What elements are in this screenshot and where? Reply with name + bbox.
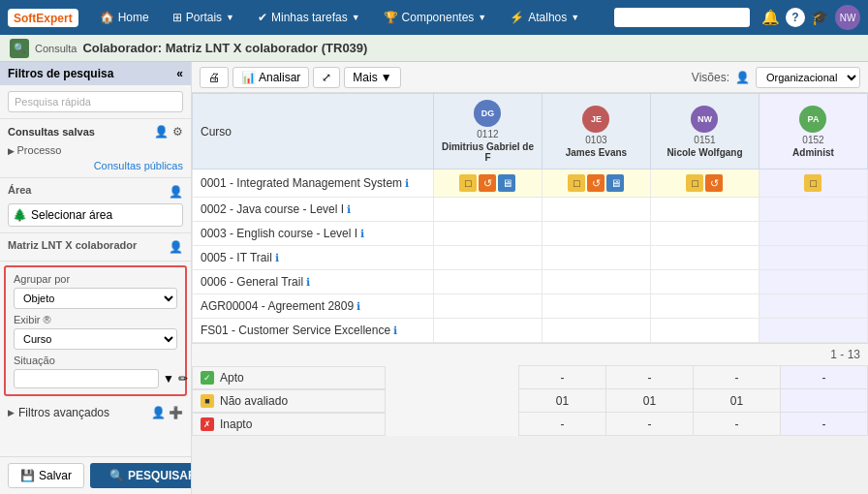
sidebar-collapse-icon[interactable]: « (176, 67, 183, 80)
settings-query-icon[interactable]: ⚙ (172, 125, 183, 139)
status-icons-0001-p4: □ (767, 174, 859, 192)
print-button[interactable]: 🖨 (200, 67, 229, 88)
course-cell-0006: 0006 - General Trail ℹ (193, 270, 434, 294)
search-icon: 🔍 (109, 469, 124, 482)
group-by-select[interactable]: Objeto (14, 288, 177, 309)
info-icon-agr[interactable]: ℹ (356, 300, 360, 313)
status-orange-0001-p3[interactable]: ↺ (705, 174, 723, 192)
group-by-section: Agrupar por Objeto Exibir ® Curso Situaç… (4, 265, 187, 396)
info-icon-0005[interactable]: ℹ (275, 252, 279, 264)
status-cell-0006-p1 (433, 270, 542, 294)
matrix-icon[interactable]: 👤 (169, 240, 183, 254)
breadcrumb-icon: 🔍 (10, 39, 29, 58)
person-header-2: NW 0151 Nicole Wolfgang (650, 94, 759, 170)
more-button[interactable]: Mais ▼ (344, 67, 400, 88)
status-cell-agr-p1 (433, 294, 542, 319)
sidebar: Filtros de pesquisa « Consultas salvas 👤… (0, 62, 192, 494)
course-info-0002: 0002 - Java course - Level I ℹ (201, 202, 425, 216)
search-button[interactable]: 🔍 PESQUISAR (90, 463, 192, 488)
summary-apto-p2: - (606, 366, 694, 389)
search-input[interactable] (8, 91, 183, 112)
grad-icon[interactable]: 🎓 (811, 9, 829, 26)
status-blue-0001-p2[interactable]: 🖥 (606, 174, 624, 192)
advanced-icon2[interactable]: ➕ (169, 406, 183, 419)
advanced-filters[interactable]: ▶ Filtros avançados 👤 ➕ (0, 400, 191, 425)
search-section (0, 85, 191, 119)
status-yellow-0001-p1[interactable]: □ (459, 174, 477, 192)
info-icon-0003[interactable]: ℹ (360, 228, 364, 240)
course-col-header: Curso (193, 94, 434, 170)
status-orange-0001-p2[interactable]: ↺ (587, 174, 604, 192)
person-name-0: Dimitrius Gabriel de F (442, 141, 534, 163)
situation-icon1[interactable]: ▼ (163, 372, 174, 386)
help-icon[interactable]: ? (786, 8, 805, 27)
bell-icon[interactable]: 🔔 (761, 9, 780, 26)
saved-queries-label: Consultas salvas (8, 126, 95, 138)
situation-label: Situação (14, 355, 177, 366)
titlebar: 🔍 Consulta Colaborador: Matriz LNT X col… (0, 35, 868, 62)
info-icon-0001[interactable]: ℹ (405, 177, 409, 190)
situation-input[interactable] (14, 369, 159, 388)
badge-nao-avaliado: ■ (201, 394, 214, 408)
status-yellow-0001-p4[interactable]: □ (804, 174, 822, 192)
person-code-2: 0151 (694, 135, 715, 145)
view-select[interactable]: Organizacional (756, 67, 860, 88)
select-area-button[interactable]: 🌲 Selecionar área (8, 203, 183, 227)
expand-button[interactable]: ⤢ (313, 67, 340, 88)
status-blue-0001-p1[interactable]: 🖥 (498, 174, 515, 192)
info-icon-fs01[interactable]: ℹ (393, 324, 397, 337)
info-icon-0002[interactable]: ℹ (347, 203, 351, 216)
expand-icon: ⤢ (322, 71, 331, 84)
status-icons-0001-p2: □ ↺ 🖥 (550, 174, 642, 192)
status-yellow-0001-p2[interactable]: □ (568, 174, 585, 192)
status-icons-0001-p1: □ ↺ 🖥 (442, 174, 534, 192)
summary-nao-p1: 01 (519, 389, 606, 413)
status-cell-0003-p4 (759, 222, 867, 246)
summary-row-nao-avaliado: ■ Não avaliado 01 01 01 (192, 389, 868, 413)
advanced-icon1[interactable]: 👤 (151, 406, 166, 419)
top-search-input[interactable] (614, 8, 750, 27)
tree-icon: 🌲 (13, 208, 27, 222)
info-icon-0006[interactable]: ℹ (306, 276, 310, 289)
logo-expert: Expert (36, 12, 72, 25)
badge-apto: ✓ (201, 371, 214, 385)
top-navigation: SoftExpert 🏠 Home ⊞ Portais ▼ ✔ Minhas t… (0, 0, 868, 35)
breadcrumb-prefix: Consulta (35, 43, 77, 54)
analyze-button[interactable]: 📊 Analisar (232, 67, 309, 88)
summary-inapto-p1: - (519, 413, 606, 436)
course-cell-0001: 0001 - Integrated Management System ℹ (193, 170, 434, 198)
nav-components[interactable]: 🏆 Componentes ▼ (374, 7, 497, 28)
status-cell-0002-p4 (759, 198, 867, 222)
nav-portals[interactable]: ⊞ Portais ▼ (163, 7, 244, 28)
show-select[interactable]: Curso (14, 328, 177, 350)
group-by-label: Agrupar por (14, 273, 177, 285)
nav-shortcuts[interactable]: ⚡ Atalhos ▼ (500, 7, 589, 28)
toolbar: 🖨 📊 Analisar ⤢ Mais ▼ Visões: 👤 Organiza… (192, 62, 868, 93)
summary-inapto-p2: - (606, 413, 694, 436)
table-row: 0006 - General Trail ℹ (193, 270, 868, 294)
logo[interactable]: SoftExpert (8, 9, 78, 27)
course-name-agr: AGR00004 - Agreement 2809 (201, 299, 354, 313)
course-cell-agr: AGR00004 - Agreement 2809 ℹ (193, 294, 434, 319)
adm-header-div: PA 0152 Administ (767, 106, 859, 158)
nav-home[interactable]: 🏠 Home (90, 7, 159, 28)
status-cell-0001-p3: □ ↺ (650, 170, 759, 198)
status-yellow-0001-p3[interactable]: □ (686, 174, 703, 192)
user-avatar[interactable]: NW (835, 5, 860, 30)
status-cell-agr-p3 (650, 294, 759, 319)
nav-my-tasks[interactable]: ✔ Minhas tarefas ▼ (248, 7, 370, 28)
table-row: FS01 - Customer Service Excellence ℹ (193, 319, 868, 343)
course-name-0001: 0001 - Integrated Management System (201, 176, 402, 190)
status-cell-0002-p3 (650, 198, 759, 222)
course-name-0005: 0005 - IT Trail (201, 251, 272, 264)
save-button[interactable]: 💾 Salvar (8, 463, 84, 488)
saved-item-processo[interactable]: Processo (8, 142, 183, 158)
situation-icon2[interactable]: ✏ (178, 372, 188, 386)
status-cell-0001-p2: □ ↺ 🖥 (542, 170, 650, 198)
area-icon[interactable]: 👤 (169, 185, 183, 199)
logo-soft: Soft (14, 12, 36, 25)
add-query-icon[interactable]: 👤 (154, 125, 169, 139)
status-orange-0001-p1[interactable]: ↺ (479, 174, 496, 192)
public-queries-link[interactable]: Consultas públicas (8, 160, 183, 171)
person-avatar-0: DG (474, 100, 501, 127)
